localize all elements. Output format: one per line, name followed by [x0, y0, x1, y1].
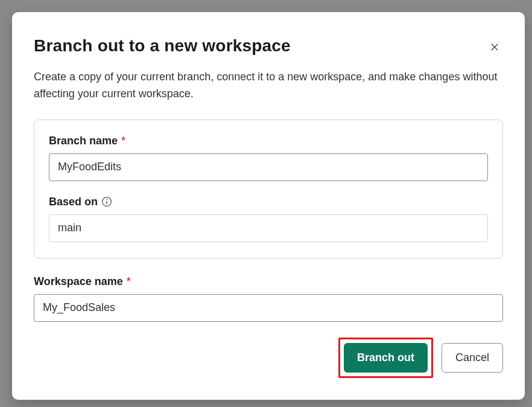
branch-out-button[interactable]: Branch out	[344, 343, 428, 373]
required-indicator: *	[121, 135, 125, 147]
modal-title: Branch out to a new workspace	[34, 36, 291, 56]
workspace-name-label-text: Workspace name	[34, 275, 123, 288]
required-indicator: *	[127, 275, 131, 288]
close-icon	[489, 42, 500, 53]
branch-out-modal: Branch out to a new workspace Create a c…	[12, 12, 525, 400]
modal-description: Create a copy of your current branch, co…	[34, 69, 503, 103]
based-on-label-text: Based on	[49, 196, 98, 208]
based-on-label: Based on	[49, 196, 488, 208]
based-on-group: Based on	[49, 196, 488, 242]
branch-name-label: Branch name *	[49, 135, 488, 147]
svg-point-4	[106, 199, 107, 200]
branch-form-card: Branch name * Based on	[34, 120, 503, 258]
close-button[interactable]	[486, 39, 503, 56]
info-icon[interactable]	[101, 196, 112, 207]
primary-button-highlight: Branch out	[338, 338, 433, 378]
branch-name-group: Branch name *	[49, 135, 488, 181]
cancel-button[interactable]: Cancel	[442, 343, 503, 373]
modal-header: Branch out to a new workspace	[34, 36, 503, 56]
workspace-name-label: Workspace name *	[34, 275, 503, 288]
workspace-name-input[interactable]	[34, 294, 503, 322]
modal-footer: Branch out Cancel	[34, 338, 503, 378]
branch-name-input[interactable]	[49, 153, 488, 181]
based-on-input[interactable]	[49, 214, 488, 242]
workspace-name-group: Workspace name *	[34, 275, 503, 322]
branch-name-label-text: Branch name	[49, 135, 118, 147]
